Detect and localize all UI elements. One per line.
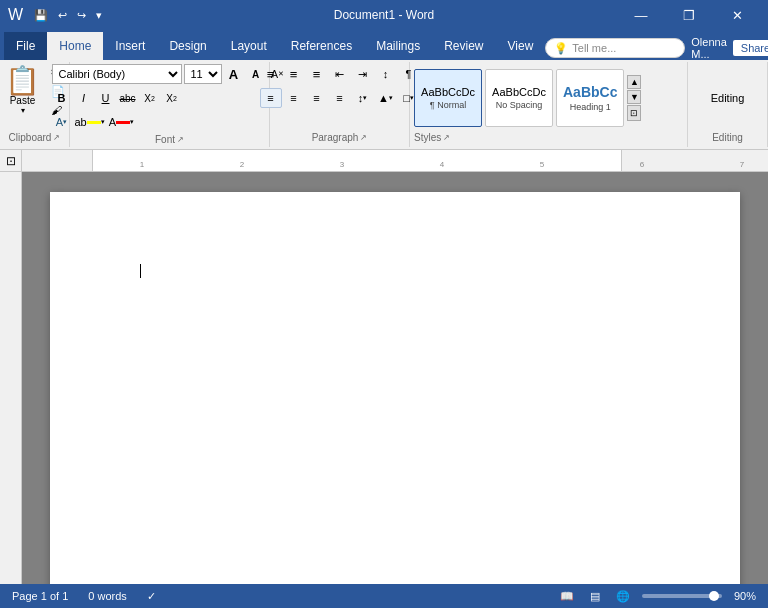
styles-scroll-btns: ▲ ▼ ⊡: [627, 75, 641, 121]
style-normal-label: ¶ Normal: [430, 100, 466, 110]
font-name-select[interactable]: Calibri (Body): [52, 64, 182, 84]
web-layout-btn[interactable]: 🌐: [612, 588, 634, 605]
multilevel-btn[interactable]: ≡: [306, 64, 328, 84]
page-count[interactable]: Page 1 of 1: [8, 588, 72, 604]
editing-group-label: Editing: [712, 132, 743, 145]
align-center-btn[interactable]: ≡: [283, 88, 305, 108]
horizontal-ruler: 1 2 3 4 5 6 7: [22, 150, 768, 171]
tab-design[interactable]: Design: [157, 32, 218, 60]
user-name[interactable]: Olenna M...: [691, 36, 726, 60]
minimize-btn[interactable]: —: [618, 0, 664, 30]
paste-label: Paste: [10, 95, 36, 106]
justify-btn[interactable]: ≡: [329, 88, 351, 108]
sort-btn[interactable]: ↕: [375, 64, 397, 84]
clipboard-expand-icon[interactable]: ↗: [53, 133, 60, 142]
save-quick-btn[interactable]: 💾: [31, 7, 51, 24]
lightbulb-icon: 💡: [554, 42, 568, 55]
style-normal-preview: AaBbCcDc: [421, 86, 475, 98]
align-right-btn[interactable]: ≡: [306, 88, 328, 108]
grow-font-btn[interactable]: A: [224, 64, 244, 84]
status-bar-right: 📖 ▤ 🌐 90%: [556, 588, 760, 605]
redo-quick-btn[interactable]: ↪: [74, 7, 89, 24]
tab-home[interactable]: Home: [47, 32, 103, 60]
styles-scroll-down-btn[interactable]: ▼: [627, 90, 641, 104]
paste-btn[interactable]: 📋 Paste ▾: [0, 64, 45, 118]
paragraph-expand-icon[interactable]: ↗: [360, 133, 367, 142]
tab-view[interactable]: View: [496, 32, 546, 60]
zoom-slider[interactable]: [642, 594, 722, 598]
styles-gallery: AaBbCcDc ¶ Normal AaBbCcDc No Spacing Aa…: [414, 69, 641, 127]
ruler-corner[interactable]: ⊡: [0, 150, 22, 172]
style-heading1-preview: AaBbCc: [563, 84, 617, 100]
window-title: Document1 - Word: [334, 8, 434, 22]
proofing-status[interactable]: ✓: [143, 588, 160, 605]
styles-group: AaBbCcDc ¶ Normal AaBbCcDc No Spacing Aa…: [410, 62, 688, 147]
page[interactable]: [50, 192, 740, 584]
styles-group-label: Styles ↗: [414, 132, 450, 145]
font-color-btn[interactable]: A ▾: [108, 112, 135, 132]
customize-quick-btn[interactable]: ▾: [93, 7, 105, 24]
styles-expand-icon[interactable]: ↗: [443, 133, 450, 142]
decrease-indent-btn[interactable]: ⇤: [329, 64, 351, 84]
styles-content: AaBbCcDc ¶ Normal AaBbCcDc No Spacing Aa…: [414, 64, 641, 132]
word-count[interactable]: 0 words: [84, 588, 131, 604]
paste-icon: 📋: [5, 67, 40, 95]
increase-indent-btn[interactable]: ⇥: [352, 64, 374, 84]
share-btn[interactable]: Share: [733, 40, 768, 56]
ribbon-tabs: File Home Insert Design Layout Reference…: [0, 30, 768, 60]
tab-file[interactable]: File: [4, 32, 47, 60]
maximize-btn[interactable]: ❐: [666, 0, 712, 30]
align-left-btn[interactable]: ≡: [260, 88, 282, 108]
style-normal[interactable]: AaBbCcDc ¶ Normal: [414, 69, 482, 127]
highlight-color-btn[interactable]: ab ▾: [74, 112, 106, 132]
tab-mailings[interactable]: Mailings: [364, 32, 432, 60]
paragraph-group-label: Paragraph ↗: [312, 132, 368, 145]
paste-dropdown-icon: ▾: [21, 106, 25, 115]
vertical-ruler: [0, 172, 22, 584]
text-effects-btn[interactable]: A▾: [52, 112, 72, 132]
document-area[interactable]: [22, 172, 768, 584]
tab-layout[interactable]: Layout: [219, 32, 279, 60]
bold-btn[interactable]: B: [52, 88, 72, 108]
line-spacing-btn[interactable]: ↕▾: [352, 88, 374, 108]
paragraph-row1: ≡ ≡ ≡ ⇤ ⇥ ↕ ¶: [260, 64, 420, 84]
font-expand-icon[interactable]: ↗: [177, 135, 184, 144]
shading-btn[interactable]: ▲▾: [375, 88, 397, 108]
tell-me-input[interactable]: 💡 Tell me...: [545, 38, 685, 58]
print-layout-btn[interactable]: ▤: [586, 588, 604, 605]
paragraph-content: ≡ ≡ ≡ ⇤ ⇥ ↕ ¶ ≡ ≡ ≡ ≡ ↕▾ ▲▾ □▾: [260, 64, 420, 132]
read-mode-btn[interactable]: 📖: [556, 588, 578, 605]
tab-insert[interactable]: Insert: [103, 32, 157, 60]
font-group-label: Font ↗: [155, 134, 184, 147]
tab-review[interactable]: Review: [432, 32, 495, 60]
text-cursor: [140, 264, 141, 278]
font-content: Calibri (Body) 11 A A A✕ B I U abc X2 X2…: [52, 64, 288, 134]
tab-references[interactable]: References: [279, 32, 364, 60]
font-row1: Calibri (Body) 11 A A A✕: [52, 64, 288, 84]
status-bar: Page 1 of 1 0 words ✓ 📖 ▤ 🌐 90%: [0, 584, 768, 608]
main-area: [0, 172, 768, 584]
superscript-btn[interactable]: X2: [162, 88, 182, 108]
styles-more-btn[interactable]: ⊡: [627, 105, 641, 121]
editing-group: Editing Editing: [688, 62, 768, 147]
style-heading1[interactable]: AaBbCc Heading 1: [556, 69, 624, 127]
font-row2: B I U abc X2 X2: [52, 88, 182, 108]
numbering-btn[interactable]: ≡: [283, 64, 305, 84]
undo-quick-btn[interactable]: ↩: [55, 7, 70, 24]
underline-btn[interactable]: U: [96, 88, 116, 108]
font-size-select[interactable]: 11: [184, 64, 222, 84]
quick-access-toolbar: W 💾 ↩ ↪ ▾: [8, 6, 105, 24]
italic-btn[interactable]: I: [74, 88, 94, 108]
zoom-thumb: [709, 591, 719, 601]
zoom-percent[interactable]: 90%: [730, 588, 760, 604]
style-heading1-label: Heading 1: [570, 102, 611, 112]
close-btn[interactable]: ✕: [714, 0, 760, 30]
bullets-btn[interactable]: ≡: [260, 64, 282, 84]
title-bar: W 💾 ↩ ↪ ▾ Document1 - Word — ❐ ✕: [0, 0, 768, 30]
strikethrough-btn[interactable]: abc: [118, 88, 138, 108]
subscript-btn[interactable]: X2: [140, 88, 160, 108]
ruler: ⊡ 1 2 3 4 5 6 7: [0, 150, 768, 172]
editing-content: Editing: [711, 64, 745, 132]
styles-scroll-up-btn[interactable]: ▲: [627, 75, 641, 89]
style-no-spacing[interactable]: AaBbCcDc No Spacing: [485, 69, 553, 127]
